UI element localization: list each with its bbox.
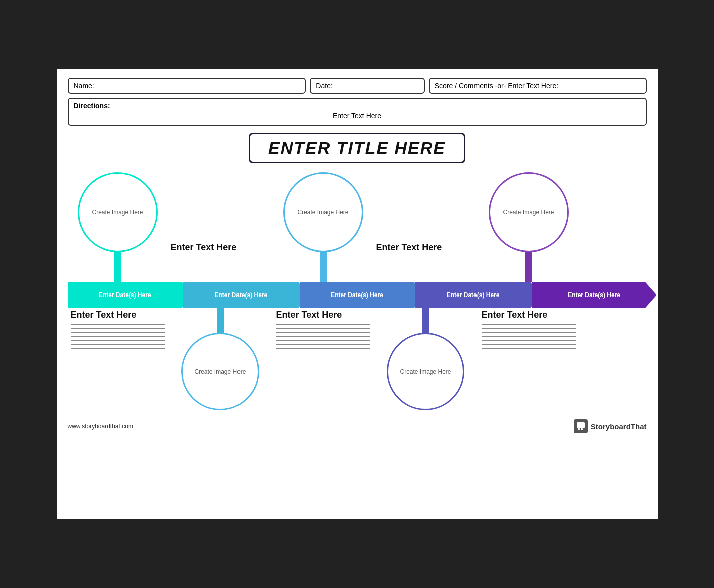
top-text-4: Enter Text Here [373,242,479,282]
arrow-cell-1: Enter Date(s) Here [68,282,183,308]
bottom-heading-1: Enter Text Here [71,310,165,320]
line [171,269,270,269]
arrow-cell-3: Enter Date(s) Here [300,282,415,308]
header-row: Name: Date: Score / Comments -or- Enter … [68,78,647,94]
svg-rect-1 [578,428,580,430]
top-node-1: Create Image Here [68,172,168,282]
arrow-cell-2: Enter Date(s) Here [183,282,299,308]
date-field[interactable]: Date: [310,78,424,94]
text-lines-b1 [71,324,165,349]
arrow-4: Enter Date(s) Here [415,282,531,308]
bottom-text-5: Enter Text Here [479,308,579,349]
circle-5-text: Create Image Here [503,209,554,216]
arrow-cell-5: Enter Date(s) Here [532,282,647,308]
line [71,324,165,325]
line [482,340,576,341]
circle-1-text: Create Image Here [92,209,143,216]
directions-text: Enter Text Here [74,112,641,120]
arrow-row: Enter Date(s) Here Enter Date(s) Here En… [68,282,647,308]
line [71,348,165,349]
circle-b2: Create Image Here [181,333,259,410]
top-heading-4: Enter Text Here [376,242,475,253]
stem-5 [525,252,532,282]
line [376,281,475,281]
line [482,332,576,333]
storyboardthat-icon [576,421,586,431]
stem-b4 [422,308,429,333]
arrow-3-label: Enter Date(s) Here [331,291,383,299]
line [376,277,475,277]
bottom-node-4: Create Image Here [373,308,479,410]
arrow-5-label: Enter Date(s) Here [568,291,620,299]
top-text-2: Enter Text Here [168,242,273,282]
top-node-3: Create Image Here [273,172,373,282]
arrow-4-label: Enter Date(s) Here [447,291,500,299]
brand-name: StoryboardThat [591,422,647,431]
line [276,332,370,333]
line [171,277,270,277]
circle-5: Create Image Here [489,172,569,252]
line [376,265,475,265]
bottom-text-3: Enter Text Here [273,308,373,349]
score-field[interactable]: Score / Comments -or- Enter Text Here: [429,78,647,94]
arrow-2: Enter Date(s) Here [183,282,299,308]
logo-area: StoryboardThat [574,419,647,433]
arrow-1: Enter Date(s) Here [68,282,183,308]
top-heading-2: Enter Text Here [171,242,270,253]
bottom-cols: Enter Text Here Create Image Here [68,308,647,410]
arrow-2-label: Enter Date(s) Here [215,291,268,299]
stem-b2 [217,308,224,333]
name-field[interactable]: Name: [68,78,306,94]
svg-rect-2 [581,428,583,430]
line [482,348,576,349]
circle-3: Create Image Here [283,172,363,252]
directions-box[interactable]: Directions: Enter Text Here [68,98,647,126]
bottom-node-2: Create Image Here [168,308,273,410]
line [376,269,475,269]
circle-b4-text: Create Image Here [400,368,451,375]
top-cols: Create Image Here Enter Text Here [68,172,647,282]
line [376,261,475,261]
circle-b2-text: Create Image Here [194,368,246,375]
line [171,281,270,281]
line [276,328,370,329]
line [71,336,165,337]
title-container: ENTER TITLE HERE [68,133,647,163]
line [171,261,270,261]
arrow-cell-4: Enter Date(s) Here [415,282,531,308]
line [171,273,270,273]
website-label: www.storyboardthat.com [68,423,133,430]
line [276,348,370,349]
bottom-text-1: Enter Text Here [68,308,168,349]
circle-3-text: Create Image Here [297,209,348,216]
text-lines-b5 [482,324,576,349]
line [276,340,370,341]
text-lines-2 [171,257,270,281]
circle-b4: Create Image Here [387,333,464,410]
line [71,332,165,333]
line [71,340,165,341]
footer: www.storyboardthat.com StoryboardThat [68,419,647,433]
arrow-3: Enter Date(s) Here [300,282,415,308]
line [482,336,576,337]
line [171,265,270,265]
line [482,324,576,325]
line [171,257,270,257]
line [71,328,165,329]
line [376,273,475,273]
circle-1: Create Image Here [78,172,158,252]
stem-1 [114,252,121,282]
line [276,324,370,325]
bottom-heading-5: Enter Text Here [482,310,576,320]
main-title[interactable]: ENTER TITLE HERE [249,133,465,163]
line [482,344,576,345]
text-lines-b3 [276,324,370,349]
line [376,257,475,257]
arrow-5: Enter Date(s) Here [532,282,657,308]
page: Name: Date: Score / Comments -or- Enter … [57,69,658,519]
date-label: Date: [316,82,332,90]
line [71,344,165,345]
score-label: Score / Comments -or- Enter Text Here: [435,82,558,90]
name-label: Name: [74,82,94,90]
line [482,328,576,329]
